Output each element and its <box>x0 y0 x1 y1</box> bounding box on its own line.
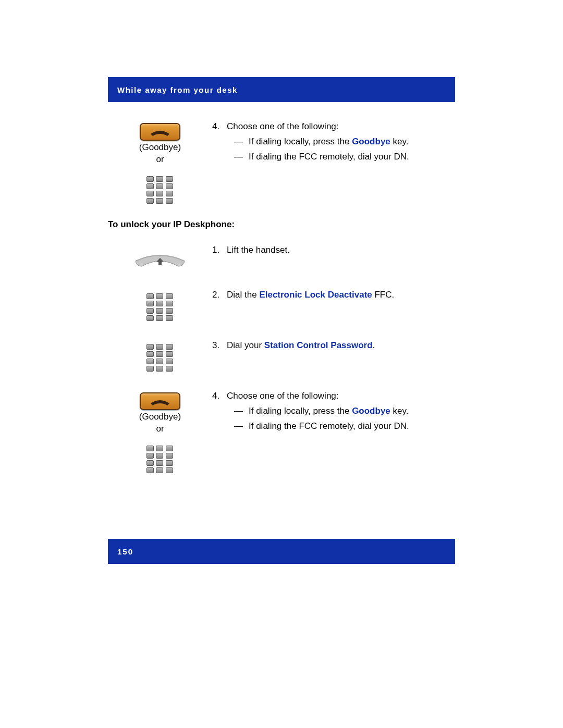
station-password-term: Station Control Password <box>264 340 373 350</box>
header-title: While away from your desk <box>117 85 238 94</box>
keypad-icon <box>146 176 174 204</box>
goodbye-caption: (Goodbye) <box>139 412 181 422</box>
step3-text: 3. Dial your Station Control Password. <box>212 340 455 356</box>
dash: — <box>234 405 249 417</box>
step3-row: 3. Dial your Station Control Password. <box>108 340 455 372</box>
handset-down-icon <box>149 127 172 137</box>
step4b-sub1: If dialing locally, press the Goodbye ke… <box>249 405 455 417</box>
lift-handset-icon <box>131 246 189 270</box>
or-label: or <box>156 424 164 434</box>
icon-column <box>108 340 212 372</box>
footer-bar: 150 <box>108 539 455 564</box>
goodbye-caption: (Goodbye) <box>139 142 181 153</box>
step4-sub1: If dialing locally, press the Goodbye ke… <box>249 136 455 148</box>
content-area: (Goodbye) or 4. Choose one of the f <box>108 102 455 473</box>
dash: — <box>234 136 249 148</box>
dash: — <box>234 151 249 163</box>
unlock-section-title: To unlock your IP Deskphone: <box>108 219 455 230</box>
step2-body: Dial the Electronic Lock Deactivate FFC. <box>227 289 455 301</box>
goodbye-term: Goodbye <box>352 137 390 146</box>
icon-column <box>108 289 212 321</box>
step-number: 4. <box>212 121 227 163</box>
step-number: 4. <box>212 390 227 433</box>
or-label: or <box>156 154 164 165</box>
step2-text: 2. Dial the Electronic Lock Deactivate F… <box>212 289 455 305</box>
step3-body: Dial your Station Control Password. <box>227 340 455 352</box>
step-number: 3. <box>212 340 227 352</box>
step4-row-b: (Goodbye) or 4. Choose one of the f <box>108 390 455 473</box>
elock-deactivate-term: Electronic Lock Deactivate <box>259 290 372 300</box>
keypad-icon <box>146 446 174 473</box>
header-bar: While away from your desk <box>108 77 455 102</box>
step1-text: 1. Lift the handset. <box>212 244 455 261</box>
step2-row: 2. Dial the Electronic Lock Deactivate F… <box>108 289 455 321</box>
icon-column: (Goodbye) or <box>108 121 212 204</box>
step4-sub2: If dialing the FCC remotely, dial your D… <box>249 151 455 163</box>
page-number: 150 <box>117 547 133 556</box>
step4-row-a: (Goodbye) or 4. Choose one of the f <box>108 121 455 204</box>
step-number: 1. <box>212 244 227 256</box>
icon-column <box>108 244 212 270</box>
step1-body: Lift the handset. <box>227 244 455 256</box>
step4b-intro: Choose one of the following: <box>227 390 455 402</box>
step-number: 2. <box>212 289 227 301</box>
handset-down-icon <box>149 396 172 406</box>
goodbye-button-icon <box>140 123 180 141</box>
document-page: While away from your desk (Goodbye) or <box>108 77 455 477</box>
step4-text: 4. Choose one of the following: — If dia… <box>212 121 455 167</box>
keypad-icon <box>146 344 174 372</box>
step4b-sub2: If dialing the FCC remotely, dial your D… <box>249 421 455 433</box>
step1-row: 1. Lift the handset. <box>108 244 455 270</box>
keypad-icon <box>146 293 174 321</box>
step4b-text: 4. Choose one of the following: — If dia… <box>212 390 455 437</box>
dash: — <box>234 421 249 433</box>
goodbye-button-icon <box>140 392 180 410</box>
icon-column: (Goodbye) or <box>108 390 212 473</box>
goodbye-term: Goodbye <box>352 406 390 416</box>
step4-intro: Choose one of the following: <box>227 121 455 133</box>
